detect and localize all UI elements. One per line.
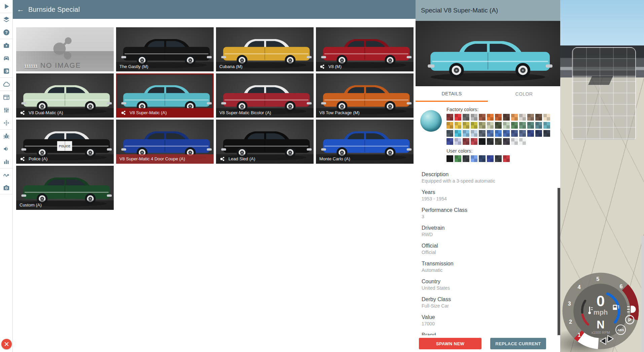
- factory-color-swatch[interactable]: [503, 114, 510, 121]
- rpm-number: 3: [568, 300, 571, 307]
- user-color-swatch[interactable]: [479, 155, 486, 162]
- factory-color-swatch[interactable]: [463, 114, 469, 121]
- sidebar-item-gestures[interactable]: [0, 168, 13, 181]
- factory-color-swatch[interactable]: [503, 130, 510, 137]
- factory-color-swatch[interactable]: [463, 138, 469, 145]
- vehicle-tile[interactable]: V8 Dual-Matic (A): [16, 73, 114, 118]
- factory-color-swatch[interactable]: [519, 114, 526, 121]
- vehicle-tile[interactable]: 111111 NO IMAGE: [16, 27, 114, 71]
- sidebar-item-parts[interactable]: [0, 65, 13, 77]
- factory-color-swatch[interactable]: [495, 114, 502, 121]
- factory-color-swatch[interactable]: [527, 114, 534, 121]
- factory-color-swatch[interactable]: [471, 138, 477, 145]
- user-color-swatch[interactable]: [495, 155, 502, 162]
- user-color-swatch[interactable]: [463, 155, 469, 162]
- sidebar-item-tuning[interactable]: [0, 104, 13, 117]
- sidebar-item-controls[interactable]: [0, 117, 13, 129]
- factory-color-swatch[interactable]: [479, 130, 486, 137]
- vehicle-browser: ? ← Burnside Special 111111 NO IMAGE: [0, 0, 416, 352]
- factory-color-swatch[interactable]: [471, 114, 477, 121]
- vehicle-wireframe-debug: [572, 47, 636, 140]
- sidebar-item-apps[interactable]: [0, 91, 13, 104]
- vehicle-tile[interactable]: V8 Super-Matic 4 Door Coupe (A): [116, 120, 214, 164]
- vehicle-tile[interactable]: V8 Super-Matic (A): [116, 73, 214, 118]
- sidebar-item-debug[interactable]: [0, 130, 13, 142]
- factory-color-swatch[interactable]: [535, 122, 542, 129]
- factory-color-swatch[interactable]: [527, 122, 534, 129]
- factory-color-swatch[interactable]: [479, 122, 486, 129]
- sidebar-item-play[interactable]: [0, 0, 13, 13]
- sidebar-item-help[interactable]: ?: [0, 26, 13, 39]
- factory-color-swatch[interactable]: [455, 130, 461, 137]
- sidebar-item-layers[interactable]: [0, 13, 13, 26]
- factory-color-swatch[interactable]: [511, 122, 518, 129]
- factory-color-swatch[interactable]: [455, 138, 461, 145]
- factory-color-swatch[interactable]: [479, 114, 486, 121]
- factory-color-swatch[interactable]: [487, 114, 494, 121]
- vehicle-tile[interactable]: V8 Super-Matic Bicolor (A): [216, 73, 314, 118]
- back-button[interactable]: ←: [13, 5, 28, 14]
- vehicle-tile[interactable]: The Gastly (M): [116, 27, 214, 71]
- factory-color-swatch[interactable]: [511, 130, 518, 137]
- tab-color[interactable]: COLOR: [488, 86, 560, 102]
- sidebar-item-scenarios[interactable]: [0, 39, 13, 52]
- factory-color-swatch[interactable]: [446, 114, 453, 121]
- factory-color-swatch[interactable]: [487, 138, 494, 145]
- factory-color-swatch[interactable]: [495, 122, 502, 129]
- panel-scrollbar[interactable]: [558, 188, 560, 335]
- vehicle-tile[interactable]: Custom (A): [16, 166, 114, 210]
- factory-color-swatch[interactable]: [487, 122, 494, 129]
- sidebar-item-screenshot[interactable]: [0, 181, 13, 194]
- factory-color-swatch[interactable]: [519, 138, 526, 145]
- factory-color-swatch[interactable]: [471, 130, 477, 137]
- factory-color-swatch[interactable]: [471, 122, 477, 129]
- factory-color-swatch[interactable]: [511, 114, 518, 121]
- factory-color-swatch[interactable]: [543, 130, 550, 137]
- spawn-new-button[interactable]: SPAWN NEW: [419, 338, 481, 349]
- debug-icon: [3, 132, 10, 140]
- factory-color-swatch[interactable]: [487, 130, 494, 137]
- factory-color-swatch[interactable]: [519, 130, 526, 137]
- panel-scrollbar-thumb[interactable]: [558, 188, 560, 335]
- speed-unit: mph: [594, 309, 608, 316]
- user-color-swatch[interactable]: [503, 155, 510, 162]
- vehicle-tile[interactable]: Lead Sled (A): [216, 120, 314, 164]
- factory-color-swatch[interactable]: [495, 130, 502, 137]
- close-button[interactable]: [1, 339, 12, 349]
- factory-color-swatch[interactable]: [463, 130, 469, 137]
- user-color-swatch[interactable]: [446, 155, 453, 162]
- vehicle-tile[interactable]: POLICE Police (A): [16, 120, 114, 164]
- factory-color-swatch[interactable]: [535, 130, 542, 137]
- factory-color-swatch[interactable]: [543, 122, 550, 129]
- sidebar-item-online[interactable]: [0, 78, 13, 91]
- vehicle-tile[interactable]: V8 Tow Package (M): [316, 73, 414, 118]
- user-color-swatch[interactable]: [487, 155, 494, 162]
- factory-color-swatch[interactable]: [543, 114, 550, 121]
- factory-color-swatch[interactable]: [479, 138, 486, 145]
- tab-details[interactable]: DETAILS: [416, 86, 488, 102]
- factory-color-swatch[interactable]: [446, 130, 453, 137]
- spec-field-value: United States: [422, 285, 553, 291]
- user-color-swatch[interactable]: [455, 155, 461, 162]
- factory-color-swatch[interactable]: [463, 122, 469, 129]
- vehicle-tile[interactable]: V8 (M): [316, 27, 414, 71]
- factory-color-swatch[interactable]: [455, 122, 461, 129]
- factory-color-swatch[interactable]: [495, 138, 502, 145]
- sidebar-item-audio[interactable]: [0, 142, 13, 155]
- factory-color-swatch[interactable]: [511, 138, 518, 145]
- factory-color-swatch[interactable]: [535, 114, 542, 121]
- vehicle-tile[interactable]: Monte Carlo (A): [316, 120, 414, 164]
- current-color-ball[interactable]: [420, 110, 442, 132]
- factory-color-swatch[interactable]: [446, 138, 453, 145]
- user-color-swatch[interactable]: [471, 155, 477, 162]
- factory-color-swatch[interactable]: [503, 138, 510, 145]
- replace-current-button[interactable]: REPLACE CURRENT: [490, 338, 546, 349]
- factory-color-swatch[interactable]: [527, 130, 534, 137]
- factory-color-swatch[interactable]: [503, 122, 510, 129]
- vehicle-tile[interactable]: Cubana (M): [216, 27, 314, 71]
- factory-color-swatch[interactable]: [519, 122, 526, 129]
- sidebar-item-vehicles[interactable]: [0, 52, 13, 65]
- factory-color-swatch[interactable]: [446, 122, 453, 129]
- sidebar-item-stats[interactable]: [0, 155, 13, 168]
- factory-color-swatch[interactable]: [455, 114, 461, 121]
